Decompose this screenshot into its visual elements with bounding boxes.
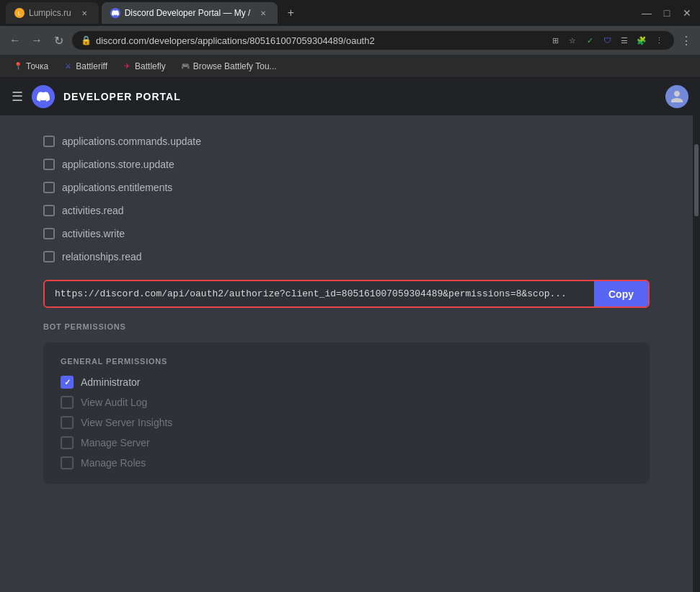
label-activities-read: activities.read [62, 205, 124, 216]
reader-mode-icon[interactable]: ☰ [618, 34, 631, 47]
lock-icon: 🔒 [81, 35, 92, 45]
checkbox-item-1: applications.store.update [43, 156, 650, 173]
tab-active-label: Discord Developer Portal — My / [125, 8, 251, 18]
oauth-url-section: https://discord.com/api/oauth2/authorize… [43, 280, 650, 308]
battlefly-favicon: ✈ [122, 61, 132, 71]
new-tab-button[interactable]: + [280, 3, 301, 23]
perm-item-view-audit-log: View Audit Log [61, 396, 632, 409]
minimize-button[interactable]: — [639, 7, 654, 19]
tochka-favicon: 📍 [13, 61, 23, 71]
profile-icon[interactable]: ⋮ [652, 34, 665, 47]
nav-back-button[interactable]: ← [7, 34, 23, 47]
url-display[interactable]: discord.com/developers/applications/8051… [96, 35, 544, 46]
checkbox-item-4: activities.write [43, 225, 650, 242]
nav-forward-button[interactable]: → [29, 34, 45, 47]
bookmark-tochka[interactable]: 📍 Точка [7, 59, 54, 74]
label-manage-roles: Manage Roles [81, 457, 146, 469]
close-button[interactable]: ✕ [680, 7, 694, 19]
bot-permissions-label: BOT PERMISSIONS [43, 322, 650, 331]
label-applications-commands-update: applications.commands.update [62, 136, 201, 147]
tab-active-close[interactable]: ✕ [257, 7, 269, 19]
general-permissions-label: GENERAL PERMISSIONS [61, 357, 632, 366]
battleriff-favicon: ⚔ [63, 61, 73, 71]
perm-item-administrator: Administrator [61, 376, 632, 389]
perm-item-view-server-insights: View Server Insights [61, 416, 632, 429]
checkbox-applications-entitlements[interactable] [43, 182, 55, 193]
checkbox-manage-roles[interactable] [61, 456, 74, 469]
discord-logo-wrapper [32, 85, 55, 108]
label-applications-entitlements: applications.entitlements [62, 182, 172, 193]
label-view-server-insights: View Server Insights [81, 417, 172, 428]
tab-inactive-close[interactable]: ✕ [79, 7, 90, 19]
translate-icon[interactable]: ⊞ [549, 34, 562, 47]
checkbox-activities-read[interactable] [43, 205, 55, 216]
label-administrator: Administrator [81, 376, 140, 388]
oauth-url-display[interactable]: https://discord.com/api/oauth2/authorize… [45, 281, 594, 306]
discord-favicon [110, 8, 120, 18]
checkbox-view-audit-log[interactable] [61, 396, 74, 409]
copy-button[interactable]: Copy [594, 281, 648, 306]
checkbox-administrator[interactable] [61, 376, 74, 389]
bookmark-battleriff[interactable]: ⚔ Battleriff [57, 59, 113, 74]
scrollbar-thumb[interactable] [694, 144, 699, 216]
label-applications-store-update: applications.store.update [62, 159, 174, 170]
tab-inactive[interactable]: L Lumpics.ru ✕ [6, 2, 99, 24]
maximize-button[interactable]: □ [660, 7, 674, 19]
nav-refresh-button[interactable]: ↻ [50, 34, 66, 48]
bot-permissions-section: BOT PERMISSIONS GENERAL PERMISSIONS Admi… [43, 322, 650, 484]
checkbox-item-0: applications.commands.update [43, 133, 650, 150]
checkbox-item-3: activities.read [43, 202, 650, 219]
perm-item-manage-server: Manage Server [61, 436, 632, 449]
label-relationships-read: relationships.read [62, 251, 142, 262]
menu-button[interactable]: ⋮ [680, 34, 693, 47]
checkbox-applications-store-update[interactable] [43, 159, 55, 170]
hamburger-menu-icon[interactable]: ☰ [12, 89, 23, 105]
scrollbar[interactable] [693, 115, 700, 592]
security-check-icon: ✓ [583, 34, 596, 47]
lumpics-favicon: L [14, 8, 25, 18]
perm-item-manage-roles: Manage Roles [61, 456, 632, 469]
bookmark-battlefly[interactable]: ✈ Battlefly [116, 59, 172, 74]
checkbox-item-5: relationships.read [43, 248, 650, 265]
checkbox-manage-server[interactable] [61, 436, 74, 449]
extension-icon[interactable]: 🧩 [635, 34, 648, 47]
browse-battlefy-favicon: 🎮 [180, 61, 190, 71]
tab-inactive-label: Lumpics.ru [29, 8, 71, 18]
bookmark-browse-battlefy[interactable]: 🎮 Browse Battlefy Tou... [174, 59, 283, 74]
portal-title: DEVELOPER PORTAL [63, 91, 181, 102]
label-activities-write: activities.write [62, 228, 125, 239]
checkbox-relationships-read[interactable] [43, 251, 55, 262]
checkbox-applications-commands-update[interactable] [43, 136, 55, 147]
bookmark-star-icon[interactable]: ☆ [566, 34, 579, 47]
checkbox-item-2: applications.entitlements [43, 179, 650, 196]
checkbox-view-server-insights[interactable] [61, 416, 74, 429]
checkbox-activities-write[interactable] [43, 228, 55, 239]
label-view-audit-log: View Audit Log [81, 397, 147, 408]
label-manage-server: Manage Server [81, 437, 150, 449]
shield-icon: 🛡 [601, 34, 613, 47]
tab-active[interactable]: Discord Developer Portal — My / ✕ [102, 2, 278, 24]
user-avatar[interactable] [665, 85, 688, 108]
